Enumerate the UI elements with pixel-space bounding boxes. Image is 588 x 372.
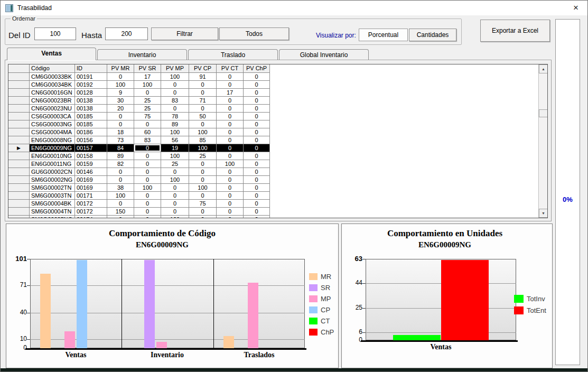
table-cell[interactable]: 0	[189, 89, 217, 97]
table-cell[interactable]: 100	[161, 128, 189, 136]
table-cell[interactable]: 0	[217, 200, 244, 208]
table-row[interactable]: CN6G00023NU0013820250000	[8, 105, 547, 113]
row-header-cell[interactable]	[8, 97, 30, 105]
table-row[interactable]: CM6G00034BK001921001000000	[8, 81, 547, 89]
row-header-cell[interactable]	[8, 216, 30, 218]
table-cell[interactable]: 100	[189, 128, 217, 136]
table-cell[interactable]: CM6G00034BK	[30, 81, 75, 89]
column-header[interactable]: PV CT	[217, 64, 244, 73]
row-header-cell[interactable]	[8, 120, 30, 128]
table-cell[interactable]: 0	[217, 192, 244, 200]
table-cell[interactable]: 00138	[75, 105, 107, 113]
tab-inventario[interactable]: Inventario	[97, 49, 187, 60]
table-cell[interactable]: EN6G00010NG	[30, 152, 75, 160]
table-cell[interactable]: 0	[189, 160, 217, 168]
table-cell[interactable]: 00186	[75, 128, 107, 136]
table-cell[interactable]: EN6G00009NG	[30, 144, 75, 152]
table-cell[interactable]: 89	[161, 120, 189, 128]
table-cell[interactable]: 0	[189, 81, 217, 89]
todos-button[interactable]: Todos	[219, 27, 289, 40]
table-cell[interactable]: 0	[244, 216, 270, 218]
cantidades-button[interactable]: Cantidades	[409, 29, 456, 41]
table-cell[interactable]: CS6G00004MA	[30, 128, 75, 136]
row-header-cell[interactable]	[8, 208, 30, 216]
table-row[interactable]: CS6G00003CA00185075785000	[8, 113, 547, 120]
table-cell[interactable]: 00128	[75, 89, 107, 97]
table-cell[interactable]: 100	[217, 160, 244, 168]
row-header-cell[interactable]	[8, 184, 30, 192]
table-cell[interactable]: 25	[161, 160, 189, 168]
table-row[interactable]: CS6G00003NG001850089000	[8, 120, 547, 128]
table-cell[interactable]: CS6G00003CA	[30, 113, 75, 120]
table-row[interactable]: SM6G00004BK001720007500	[8, 200, 547, 208]
table-cell[interactable]: 00156	[75, 136, 107, 144]
table-cell[interactable]: 0	[107, 73, 134, 81]
table-cell[interactable]: SM6G00003TN	[30, 192, 75, 200]
table-cell[interactable]: 100	[107, 192, 134, 200]
table-cell[interactable]: 0	[107, 120, 134, 128]
scroll-down-icon[interactable]: ▼	[539, 209, 548, 218]
table-cell[interactable]: 0	[161, 208, 189, 216]
table-cell[interactable]: 0	[217, 184, 244, 192]
table-cell[interactable]: 0	[134, 160, 161, 168]
table-cell[interactable]: CM6G00033BK	[30, 73, 75, 81]
table-cell[interactable]: 0	[217, 81, 244, 89]
table-cell[interactable]: 0	[244, 160, 270, 168]
table-cell[interactable]: 00174	[75, 216, 107, 218]
table-cell[interactable]: 0	[107, 176, 134, 184]
table-cell[interactable]: 0	[217, 97, 244, 105]
table-cell[interactable]: 18	[107, 128, 134, 136]
table-cell[interactable]: 100	[107, 81, 134, 89]
table-cell[interactable]: 0	[244, 176, 270, 184]
table-cell[interactable]: 0	[244, 168, 270, 176]
row-header-cell[interactable]	[8, 192, 30, 200]
table-cell[interactable]: 25	[134, 105, 161, 113]
table-cell[interactable]: 00172	[75, 200, 107, 208]
table-cell[interactable]: 0	[134, 200, 161, 208]
table-cell[interactable]: 0	[189, 168, 217, 176]
row-header-cell[interactable]	[8, 200, 30, 208]
row-header-cell[interactable]	[8, 136, 30, 144]
scroll-thumb[interactable]	[539, 109, 548, 117]
table-cell[interactable]: GU6G00002CN	[30, 168, 75, 176]
table-row[interactable]: SM6G00002NG0016900100000	[8, 176, 547, 184]
table-cell[interactable]: 100	[189, 144, 217, 152]
table-cell[interactable]: EN6G00011NG	[30, 160, 75, 168]
row-header-cell[interactable]	[8, 128, 30, 136]
table-cell[interactable]: 38	[107, 184, 134, 192]
table-cell[interactable]: 0	[161, 184, 189, 192]
table-cell[interactable]: 100	[161, 216, 189, 218]
table-cell[interactable]: 0	[217, 136, 244, 144]
table-cell[interactable]: 83	[134, 136, 161, 144]
table-cell[interactable]: 00192	[75, 81, 107, 89]
close-icon[interactable]: ×	[568, 2, 583, 14]
table-cell[interactable]: 0	[189, 120, 217, 128]
table-cell[interactable]: 0	[189, 176, 217, 184]
table-cell[interactable]: 17	[134, 73, 161, 81]
table-cell[interactable]: 0	[161, 105, 189, 113]
table-cell[interactable]: 100	[161, 176, 189, 184]
table-cell[interactable]: 150	[107, 208, 134, 216]
table-cell[interactable]: 60	[134, 128, 161, 136]
table-cell[interactable]: 0	[217, 152, 244, 160]
table-cell[interactable]: 0	[244, 200, 270, 208]
table-cell[interactable]: SM6G00002NG	[30, 176, 75, 184]
table-row[interactable]: SM6G00004TN0017215000000	[8, 208, 547, 216]
table-cell[interactable]: 0	[134, 176, 161, 184]
table-cell[interactable]: 91	[189, 73, 217, 81]
table-cell[interactable]: EN6G00008NG	[30, 136, 75, 144]
table-row[interactable]: EN6G00010NG001588901002500	[8, 152, 547, 160]
column-header[interactable]: Código	[30, 64, 75, 73]
table-cell[interactable]: 0	[189, 208, 217, 216]
table-cell[interactable]: 0	[217, 113, 244, 120]
del-id-input[interactable]	[34, 27, 76, 40]
table-cell[interactable]: 0	[189, 105, 217, 113]
table-cell[interactable]: 0	[107, 216, 134, 218]
table-cell[interactable]: 0	[134, 208, 161, 216]
table-cell[interactable]: 100	[189, 184, 217, 192]
table-cell[interactable]: 0	[134, 192, 161, 200]
table-cell[interactable]: 9	[107, 89, 134, 97]
table-cell[interactable]: 0	[217, 216, 244, 218]
table-cell[interactable]: 0	[189, 192, 217, 200]
row-header-cell[interactable]	[8, 73, 30, 81]
